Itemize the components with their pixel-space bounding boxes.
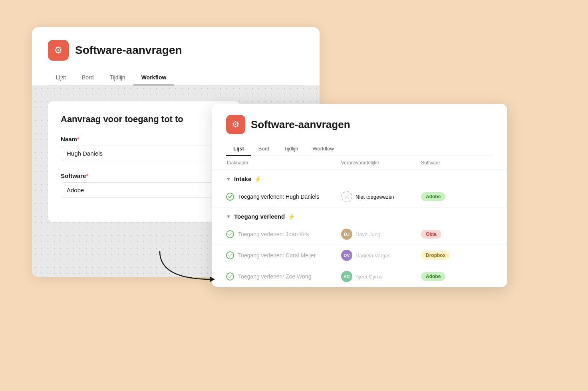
- task-name-zoe: Toegang verlenen: Zoe Wong: [238, 273, 311, 280]
- software-label: Software*: [61, 172, 227, 179]
- name-field-group: Naam*: [61, 136, 227, 171]
- back-card-header: ⚙ Software-aanvragen Lijst Bord Tijdlijn…: [32, 27, 320, 85]
- assignee-cell-dave: DJ Dave Jung: [341, 229, 421, 240]
- flow-arrow: [152, 247, 224, 287]
- software-required: *: [86, 172, 88, 179]
- assignee-cell-ajeet: AC Ajeet Cyrus: [341, 271, 421, 282]
- section-toegang-header[interactable]: ▼ Toegang verleend ⚡: [212, 207, 507, 224]
- software-field-group: Software*: [61, 172, 227, 207]
- assignee-cell-unassigned: Niet toegewezen: [341, 191, 421, 202]
- app-icon-front: ⚙: [226, 115, 245, 134]
- arrow-container: [152, 247, 224, 289]
- front-card-title-row: ⚙ Software-aanvragen: [226, 115, 493, 134]
- check-icon-coral: [226, 251, 234, 259]
- table-row[interactable]: Toegang verlenen: Coral Meijer DV Daniel…: [212, 245, 507, 266]
- back-card-title: Software-aanvragen: [75, 44, 182, 57]
- name-required: *: [77, 136, 79, 142]
- tab-workflow-back[interactable]: Workflow: [133, 70, 175, 85]
- task-name-hugh: Toegang verlenen: Hugh Daniels: [238, 194, 319, 200]
- task-cell-zoe: Toegang verlenen: Zoe Wong: [226, 273, 341, 280]
- task-cell-coral: Toegang verlenen: Coral Meijer: [226, 251, 341, 259]
- task-cell-joan: Toegang verlenen: Joan Kirk: [226, 230, 341, 238]
- software-cell-zoe: Adobe: [421, 272, 493, 281]
- table-row[interactable]: Toegang verlenen: Hugh Daniels Niet toeg…: [212, 186, 507, 207]
- svg-point-1: [346, 195, 348, 197]
- software-badge-adobe-2: Adobe: [421, 272, 445, 281]
- front-card-header: ⚙ Software-aanvragen Lijst Bord Tijdlijn…: [212, 104, 507, 156]
- tab-bord-back[interactable]: Bord: [74, 70, 102, 85]
- tab-tijdlijn-front[interactable]: Tijdlijn: [276, 142, 305, 156]
- intake-bolt-icon: ⚡: [254, 176, 261, 182]
- software-cell-coral: Dropbox: [421, 251, 493, 260]
- check-icon-hugh: [226, 193, 234, 201]
- front-card: ⚙ Software-aanvragen Lijst Bord Tijdlijn…: [212, 104, 507, 287]
- software-badge-okta: Okta: [421, 230, 441, 239]
- check-icon-joan: [226, 230, 234, 238]
- task-name-joan: Toegang verlenen: Joan Kirk: [238, 231, 309, 237]
- avatar-daniela: DV: [341, 250, 352, 261]
- gear-icon: ⚙: [54, 45, 63, 56]
- toegang-bolt-icon: ⚡: [288, 213, 295, 220]
- tab-lijst-back[interactable]: Lijst: [48, 70, 74, 85]
- tab-workflow-front[interactable]: Workflow: [306, 142, 341, 156]
- col-header-software: Software: [421, 160, 493, 166]
- assignee-name-unassigned: Niet toegewezen: [356, 194, 394, 200]
- name-label: Naam*: [61, 136, 227, 142]
- software-input[interactable]: [61, 182, 227, 198]
- tab-bord-front[interactable]: Bord: [251, 142, 276, 156]
- svg-marker-0: [210, 276, 215, 282]
- check-icon-zoe: [226, 273, 234, 280]
- software-cell-hugh: Adobe: [421, 192, 493, 201]
- software-cell-joan: Okta: [421, 230, 493, 239]
- table-header: Taaknaam Verantwoordelijke Software: [212, 156, 507, 170]
- software-badge-dropbox: Dropbox: [421, 251, 450, 260]
- app-icon-back: ⚙: [48, 40, 69, 61]
- table-row[interactable]: Toegang verlenen: Joan Kirk DJ Dave Jung…: [212, 224, 507, 245]
- section-intake-header[interactable]: ▼ Intake ⚡: [212, 170, 507, 186]
- name-input[interactable]: [61, 146, 227, 161]
- intake-section-title: Intake: [234, 176, 251, 182]
- software-badge-adobe-1: Adobe: [421, 192, 445, 201]
- avatar-dave: DJ: [341, 229, 352, 240]
- assignee-cell-daniela: DV Daniela Vargas: [341, 250, 421, 261]
- tab-tijdlijn-back[interactable]: Tijdlijn: [101, 70, 133, 85]
- col-header-taaknaam: Taaknaam: [226, 160, 341, 166]
- back-card-title-row: ⚙ Software-aanvragen: [48, 40, 304, 61]
- front-card-tabs: Lijst Bord Tijdlijn Workflow: [226, 142, 493, 156]
- avatar-ajeet: AC: [341, 271, 352, 282]
- assignee-name-dave: Dave Jung: [356, 231, 380, 237]
- tab-lijst-front[interactable]: Lijst: [226, 142, 251, 156]
- front-card-title: Software-aanvragen: [251, 118, 350, 131]
- form-card: Aanvraag voor toegang tot to Naam* Softw…: [48, 101, 240, 222]
- back-card-tabs: Lijst Bord Tijdlijn Workflow: [48, 70, 304, 85]
- task-name-coral: Toegang verlenen: Coral Meijer: [238, 252, 316, 259]
- toegang-section-title: Toegang verleend: [234, 213, 285, 220]
- col-header-verantwoordelijke: Verantwoordelijke: [341, 160, 421, 166]
- table-row[interactable]: Toegang verlenen: Zoe Wong AC Ajeet Cyru…: [212, 266, 507, 287]
- task-cell-hugh: Toegang verlenen: Hugh Daniels: [226, 193, 341, 201]
- assignee-name-ajeet: Ajeet Cyrus: [356, 274, 382, 280]
- form-title: Aanvraag voor toegang tot to: [61, 114, 227, 124]
- intake-chevron-icon: ▼: [226, 176, 231, 182]
- assignee-name-daniela: Daniela Vargas: [356, 253, 391, 259]
- toegang-chevron-icon: ▼: [226, 214, 231, 219]
- avatar-unassigned: [341, 191, 352, 202]
- table-container: Taaknaam Verantwoordelijke Software ▼ In…: [212, 156, 507, 287]
- gear-icon-front: ⚙: [232, 119, 240, 130]
